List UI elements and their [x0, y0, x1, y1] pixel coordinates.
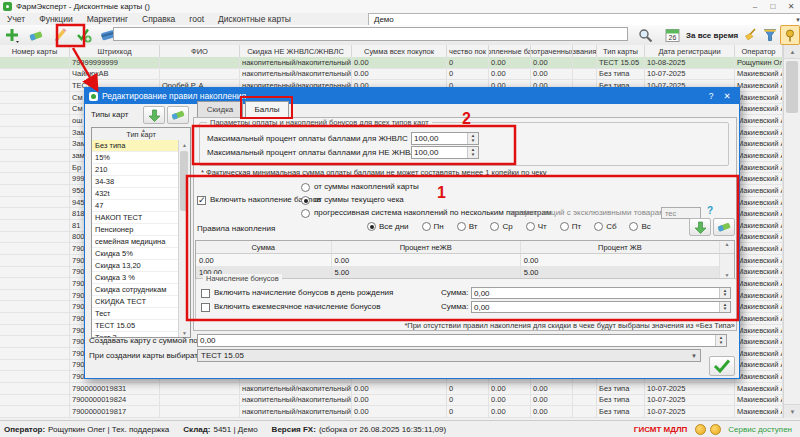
enable-accrual-checkbox[interactable]	[197, 196, 206, 205]
weekday-radio[interactable]	[526, 222, 535, 231]
spinner-arrows-icon[interactable]: ▲▼	[467, 133, 478, 144]
card-type-item[interactable]: Пенсионер	[92, 224, 179, 236]
create-type-select[interactable]: ТЕСТ 15.05 ▼	[197, 349, 701, 362]
radio-current-receipt[interactable]	[301, 196, 310, 205]
calendar-button[interactable]: 26	[660, 26, 684, 44]
card-type-item[interactable]: Скидка 3 %	[92, 272, 179, 284]
column-header[interactable]: Сумма всех покупок	[352, 45, 447, 57]
table-row[interactable]: 7900000019817накопительный/накопительный…	[0, 406, 783, 418]
menu-item-5[interactable]: root	[182, 14, 211, 24]
spinner-arrows-icon[interactable]: ▲▼	[715, 335, 726, 346]
scroll-up-icon[interactable]: ▲	[784, 45, 800, 59]
maximize-button[interactable]: □	[764, 1, 782, 13]
column-header[interactable]: Дата регистрации	[645, 45, 735, 57]
add-rule-button[interactable]	[689, 218, 711, 236]
weekday-radio[interactable]	[457, 222, 466, 231]
table-row[interactable]: 7900000019824накопительный/накопительный…	[0, 395, 783, 407]
card-types-scrollbar[interactable]: ▲ ▼	[178, 140, 190, 337]
dialog-close-button[interactable]: ✕	[719, 91, 735, 101]
weekday-option[interactable]: Вт	[457, 222, 478, 231]
edit-accrual-rules-button[interactable]	[72, 26, 96, 44]
column-header[interactable]: Штрихкод	[70, 45, 160, 57]
card-type-item[interactable]: 47	[92, 200, 179, 212]
scroll-thumb[interactable]	[180, 151, 188, 211]
card-type-item[interactable]: Скидка сотрудникам	[92, 284, 179, 296]
column-header[interactable]: чество пок	[447, 45, 489, 57]
tab-points[interactable]: Баллы	[245, 101, 289, 118]
weekday-radio[interactable]	[490, 222, 499, 231]
weekday-radio[interactable]	[594, 222, 603, 231]
radio-card-accumulation[interactable]	[301, 183, 310, 192]
max-percent-zhnvls-spinner[interactable]: 100,00▲▼	[411, 132, 479, 145]
card-type-item[interactable]: 34-38	[92, 176, 179, 188]
weekday-radio[interactable]	[422, 222, 431, 231]
minimize-button[interactable]: –	[746, 1, 764, 13]
add-card-button[interactable]	[0, 26, 24, 44]
weekday-option[interactable]: Сб	[594, 222, 616, 231]
weekday-radio[interactable]	[560, 222, 569, 231]
help-icon[interactable]: ?	[707, 205, 713, 216]
card-type-item[interactable]: СКИДКА ТЕСТ	[92, 296, 179, 308]
weekday-radio[interactable]	[367, 222, 376, 231]
table-row[interactable]: 79999999999накопительный/накопительный0.…	[0, 57, 783, 69]
birthday-bonus-checkbox[interactable]	[201, 289, 210, 298]
weekday-option[interactable]: Пн	[422, 222, 444, 231]
card-type-item[interactable]: Скидка 13,20	[92, 260, 179, 272]
weekday-option[interactable]: Чт	[526, 222, 547, 231]
column-header[interactable]: опленные ба	[489, 45, 531, 57]
menu-item-4[interactable]: Справка	[135, 14, 182, 24]
tab-discount[interactable]: Скидка	[197, 101, 243, 118]
search-button[interactable]	[633, 26, 657, 44]
monthly-bonus-checkbox[interactable]	[201, 303, 210, 312]
column-header[interactable]: ФИО	[160, 45, 240, 57]
card-type-item[interactable]: Скидка 5%	[92, 248, 179, 260]
menu-item-3[interactable]: Маркетинг	[80, 14, 135, 24]
card-type-item[interactable]: НАКОП ТЕСТ	[92, 212, 179, 224]
table-row[interactable]: ЧайнюкАВнакопительный/накопительный0.000…	[0, 69, 783, 81]
close-button[interactable]: ✕	[782, 1, 800, 13]
vertical-scrollbar[interactable]: ▲ ▼	[783, 45, 800, 418]
weekday-option[interactable]: Все дни	[367, 222, 409, 231]
column-header[interactable]: Номер карты	[0, 45, 70, 57]
scroll-up-icon[interactable]: ▲	[179, 140, 190, 149]
edit-card-button[interactable]	[48, 26, 72, 44]
card-type-item[interactable]: Тест	[92, 308, 179, 320]
birthday-sum-spinner[interactable]: 0,00▲▼	[471, 287, 731, 299]
spinner-arrows-icon[interactable]: ▲▼	[719, 288, 730, 298]
scroll-down-icon[interactable]: ▼	[784, 404, 800, 418]
monthly-sum-spinner[interactable]: 0,00▲▼	[471, 301, 731, 313]
rules-scrollbar[interactable]: ▲	[720, 241, 734, 253]
card-type-item[interactable]: 210	[92, 164, 179, 176]
weekday-radio[interactable]	[629, 222, 638, 231]
create-sum-spinner[interactable]: 0,00▲▼	[197, 334, 727, 347]
spinner-arrows-icon[interactable]: ▲▼	[719, 302, 730, 312]
column-header[interactable]: Тип карты	[597, 45, 645, 57]
rules-table-row[interactable]: 0.000.000.00	[196, 254, 734, 266]
spinner-arrows-icon[interactable]: ▲▼	[467, 147, 478, 158]
weekday-option[interactable]: Вс	[629, 222, 650, 231]
card-type-item[interactable]: семейная медицина	[92, 236, 179, 248]
column-header[interactable]: звания	[573, 45, 597, 57]
search-input[interactable]	[113, 27, 628, 41]
column-header[interactable]: Оператор	[735, 45, 783, 57]
weekday-option[interactable]: Пт	[560, 222, 581, 231]
card-type-item[interactable]: ТЕСТ 15.05	[92, 320, 179, 332]
filter-button[interactable]	[761, 26, 779, 44]
rules-scrollbar[interactable]	[720, 254, 734, 266]
menu-item-1[interactable]: Учет	[0, 14, 32, 24]
radio-progressive-system[interactable]	[301, 209, 310, 218]
column-header[interactable]: потраченных	[531, 45, 573, 57]
delete-card-button[interactable]	[24, 26, 48, 44]
card-type-item[interactable]: Без типа	[92, 140, 179, 152]
clear-card-type-button[interactable]	[167, 106, 189, 124]
add-card-type-button[interactable]	[143, 106, 165, 124]
menu-item-2[interactable]: Функции	[32, 14, 80, 24]
scroll-up-icon[interactable]: ▲	[725, 241, 730, 247]
clear-period-button[interactable]	[742, 26, 758, 44]
column-header[interactable]: Скидка НЕ ЖНВЛС/ЖНВЛС	[240, 45, 352, 57]
table-row[interactable]: 7900000019831накопительный/накопительный…	[0, 383, 783, 395]
clear-rule-button[interactable]	[713, 218, 735, 236]
weekday-option[interactable]: Ср	[490, 222, 512, 231]
menu-item-6[interactable]: Дисконтные карты	[211, 14, 298, 24]
pin-button[interactable]	[780, 25, 800, 45]
